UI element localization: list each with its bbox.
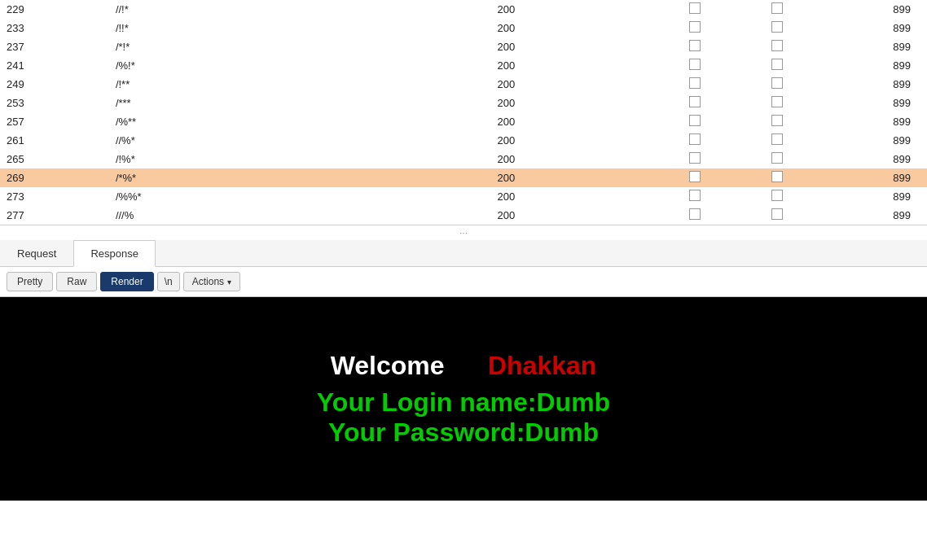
row-id: 257 xyxy=(0,112,109,131)
row-checkbox2[interactable] xyxy=(736,19,818,37)
row-value: 899 xyxy=(818,112,927,131)
row-value: 899 xyxy=(818,187,927,206)
table-row: 229 //!* 200 899 xyxy=(0,0,927,19)
row-id: 277 xyxy=(0,206,109,225)
row-pattern: //!* xyxy=(109,0,491,19)
tab-response[interactable]: Response xyxy=(73,240,156,267)
render-button[interactable]: Render xyxy=(100,272,153,291)
table-row: 233 /!!* 200 899 xyxy=(0,19,927,37)
row-checkbox1[interactable] xyxy=(654,187,736,206)
row-code: 200 xyxy=(490,37,654,56)
row-pattern: /%** xyxy=(109,112,491,131)
render-area: Welcome Dhakkan Your Login name:Dumb You… xyxy=(0,297,927,501)
row-checkbox2[interactable] xyxy=(736,56,818,75)
row-code: 200 xyxy=(490,187,654,206)
table-row: 241 /%!* 200 899 xyxy=(0,56,927,75)
row-value: 899 xyxy=(818,131,927,150)
row-checkbox1[interactable] xyxy=(654,112,736,131)
row-pattern: //%* xyxy=(109,131,491,150)
row-pattern: /!%* xyxy=(109,150,491,168)
row-id: 229 xyxy=(0,0,109,19)
row-value: 899 xyxy=(818,206,927,225)
row-code: 200 xyxy=(490,206,654,225)
results-table: 229 //!* 200 899 233 /!!* 200 899 237 /*… xyxy=(0,0,927,225)
row-pattern: ///% xyxy=(109,206,491,225)
toolbar: Pretty Raw Render \n Actions ▾ xyxy=(0,267,927,297)
row-checkbox2[interactable] xyxy=(736,168,818,187)
row-checkbox1[interactable] xyxy=(654,19,736,37)
row-pattern: /!!* xyxy=(109,19,491,37)
row-value: 899 xyxy=(818,56,927,75)
actions-button[interactable]: Actions ▾ xyxy=(183,272,240,291)
row-id: 261 xyxy=(0,131,109,150)
row-checkbox2[interactable] xyxy=(736,187,818,206)
row-pattern: /%%* xyxy=(109,187,491,206)
pretty-button[interactable]: Pretty xyxy=(7,272,53,291)
row-id: 273 xyxy=(0,187,109,206)
table-section: 229 //!* 200 899 233 /!!* 200 899 237 /*… xyxy=(0,0,927,225)
row-id: 269 xyxy=(0,168,109,187)
row-checkbox2[interactable] xyxy=(736,131,818,150)
table-row: 237 /*!* 200 899 xyxy=(0,37,927,56)
row-checkbox2[interactable] xyxy=(736,94,818,112)
row-code: 200 xyxy=(490,56,654,75)
row-checkbox2[interactable] xyxy=(736,0,818,19)
table-row: 249 /!** 200 899 xyxy=(0,75,927,94)
row-checkbox1[interactable] xyxy=(654,94,736,112)
row-checkbox1[interactable] xyxy=(654,150,736,168)
row-checkbox2[interactable] xyxy=(736,37,818,56)
row-checkbox2[interactable] xyxy=(736,75,818,94)
table-row: 269 /*%* 200 899 xyxy=(0,168,927,187)
password-line: Your Password:Dumb xyxy=(328,418,599,448)
row-id: 253 xyxy=(0,94,109,112)
table-row: 257 /%** 200 899 xyxy=(0,112,927,131)
row-value: 899 xyxy=(818,75,927,94)
newline-button[interactable]: \n xyxy=(157,272,180,291)
row-value: 899 xyxy=(818,94,927,112)
row-pattern: /*!* xyxy=(109,37,491,56)
row-pattern: /*%* xyxy=(109,168,491,187)
tabs-bar: Request Response xyxy=(0,240,927,267)
main-container: 229 //!* 200 899 233 /!!* 200 899 237 /*… xyxy=(0,0,927,501)
row-code: 200 xyxy=(490,112,654,131)
raw-button[interactable]: Raw xyxy=(56,272,97,291)
row-checkbox1[interactable] xyxy=(654,0,736,19)
table-row: 253 /*** 200 899 xyxy=(0,94,927,112)
row-pattern: /%!* xyxy=(109,56,491,75)
row-code: 200 xyxy=(490,150,654,168)
tab-request[interactable]: Request xyxy=(0,240,73,266)
welcome-line: Welcome Dhakkan xyxy=(331,351,597,381)
row-checkbox1[interactable] xyxy=(654,206,736,225)
row-checkbox1[interactable] xyxy=(654,75,736,94)
table-row: 277 ///% 200 899 xyxy=(0,206,927,225)
welcome-text: Welcome xyxy=(331,351,445,380)
row-checkbox1[interactable] xyxy=(654,37,736,56)
row-code: 200 xyxy=(490,94,654,112)
row-value: 899 xyxy=(818,19,927,37)
row-id: 233 xyxy=(0,19,109,37)
row-id: 249 xyxy=(0,75,109,94)
row-id: 241 xyxy=(0,56,109,75)
row-checkbox2[interactable] xyxy=(736,150,818,168)
row-pattern: /*** xyxy=(109,94,491,112)
row-code: 200 xyxy=(490,168,654,187)
welcome-name: Dhakkan xyxy=(488,351,596,380)
row-value: 899 xyxy=(818,150,927,168)
row-value: 899 xyxy=(818,37,927,56)
scroll-hint: ··· xyxy=(0,225,927,240)
row-code: 200 xyxy=(490,0,654,19)
table-row: 273 /%%* 200 899 xyxy=(0,187,927,206)
row-value: 899 xyxy=(818,0,927,19)
row-checkbox2[interactable] xyxy=(736,112,818,131)
row-checkbox1[interactable] xyxy=(654,131,736,150)
row-pattern: /!** xyxy=(109,75,491,94)
row-value: 899 xyxy=(818,168,927,187)
row-checkbox1[interactable] xyxy=(654,56,736,75)
row-code: 200 xyxy=(490,75,654,94)
chevron-down-icon: ▾ xyxy=(227,278,231,287)
row-id: 265 xyxy=(0,150,109,168)
row-checkbox2[interactable] xyxy=(736,206,818,225)
row-code: 200 xyxy=(490,131,654,150)
row-checkbox1[interactable] xyxy=(654,168,736,187)
table-row: 261 //%* 200 899 xyxy=(0,131,927,150)
